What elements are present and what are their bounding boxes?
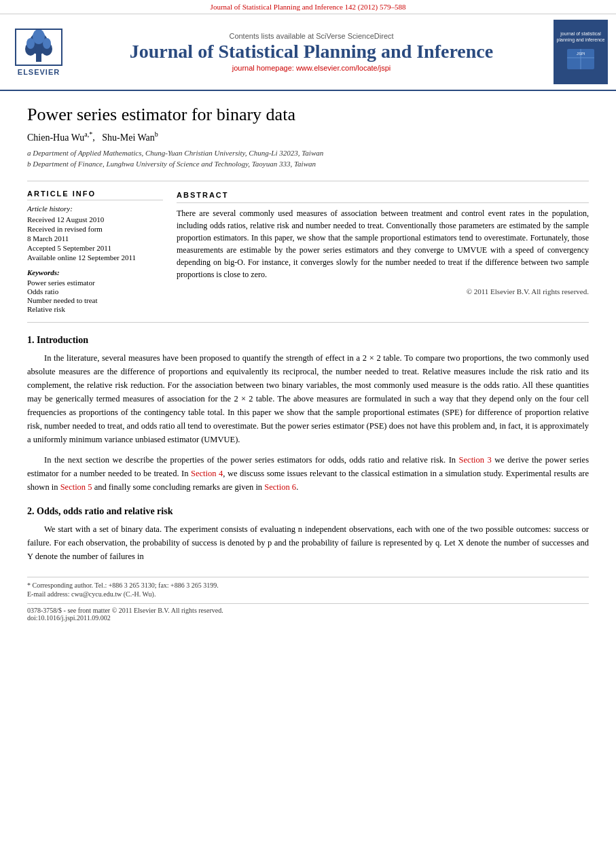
history-received: Received 12 August 2010 <box>27 215 163 223</box>
footer-license: 0378-3758/$ - see front matter © 2011 El… <box>27 607 589 614</box>
svg-point-6 <box>43 38 51 49</box>
keywords-section: Keywords: Power series estimator Odds ra… <box>27 268 163 313</box>
abstract-panel: ABSTRACT There are several commonly used… <box>177 190 589 314</box>
affiliation-a: a Department of Applied Mathematics, Chu… <box>27 147 589 159</box>
elsevier-logo: ELSEVIER <box>8 29 69 76</box>
keywords-label: Keywords: <box>27 268 163 276</box>
footnote-corresponding: * Corresponding author. Tel.: +886 3 265… <box>27 581 589 589</box>
section4-link[interactable]: Section 4 <box>191 469 223 478</box>
journal-cover-image: journal of statistical planning and infe… <box>554 20 608 84</box>
article-info-abstract-row: ARTICLE INFO Article history: Received 1… <box>27 181 589 323</box>
elsevier-tree-icon <box>18 30 59 64</box>
article-title: Power series estimator for binary data <box>27 105 589 125</box>
journal-title-center: Contents lists available at SciVerse Sci… <box>80 32 543 72</box>
keyword-1: Power series estimator <box>27 279 163 287</box>
footnote-section: * Corresponding author. Tel.: +886 3 265… <box>27 577 589 598</box>
footnote-email: E-mail address: cwu@cycu.edu.tw (C.-H. W… <box>27 590 589 598</box>
article-info-heading: ARTICLE INFO <box>27 190 163 200</box>
author-chienhua: Chien-Hua Wu <box>27 132 84 143</box>
svg-point-5 <box>26 38 35 49</box>
author-a-sup: a,* <box>84 130 92 138</box>
affiliations: a Department of Applied Mathematics, Chu… <box>27 147 589 170</box>
sciverse-line: Contents lists available at SciVerse Sci… <box>80 32 543 40</box>
journal-main-title: Journal of Statistical Planning and Infe… <box>80 41 543 62</box>
abstract-heading: ABSTRACT <box>177 190 589 204</box>
history-label: Article history: <box>27 204 163 213</box>
history-revised-label: Received in revised form <box>27 225 163 233</box>
section3-link[interactable]: Section 3 <box>459 455 492 465</box>
copyright-text: © 2011 Elsevier B.V. All rights reserved… <box>177 286 589 298</box>
section5-link[interactable]: Section 5 <box>60 482 92 492</box>
section2-heading: 2. Odds, odds ratio and relative risk <box>27 506 589 517</box>
section1-para1: In the literature, several measures have… <box>27 351 589 446</box>
section2-para1: We start with a set of binary data. The … <box>27 522 589 563</box>
cover-title-text: journal of statistical planning and infe… <box>556 31 605 43</box>
abstract-text: There are several commonly used measures… <box>177 207 589 281</box>
section1-heading: 1. Introduction <box>27 335 589 346</box>
elsevier-brand-text: ELSEVIER <box>18 68 60 76</box>
footer-bar: 0378-3758/$ - see front matter © 2011 El… <box>27 603 589 622</box>
footer-doi: doi:10.1016/j.jspi.2011.09.002 <box>27 614 589 622</box>
authors-line: Chien-Hua Wua,*, Shu-Mei Wanb <box>27 130 589 143</box>
section6-link[interactable]: Section 6 <box>264 482 296 492</box>
keyword-4: Relative risk <box>27 305 163 313</box>
cover-graphic-icon: JSPI <box>564 46 598 73</box>
svg-rect-0 <box>36 54 41 62</box>
keyword-2: Odds ratio <box>27 287 163 296</box>
keyword-3: Number needed to treat <box>27 296 163 304</box>
author-shumei: Shu-Mei Wan <box>102 132 155 143</box>
svg-text:JSPI: JSPI <box>577 52 585 56</box>
journal-homepage-url: www.elsevier.com/locate/jspi <box>296 64 391 72</box>
journal-homepage: journal homepage: www.elsevier.com/locat… <box>80 64 543 72</box>
top-bar-text: Journal of Statistical Planning and Infe… <box>211 3 406 11</box>
journal-header: ELSEVIER Contents lists available at Sci… <box>0 14 616 91</box>
affiliation-b: b Department of Finance, Lunghwa Univers… <box>27 158 589 170</box>
elsevier-logo-box <box>15 29 62 66</box>
top-bar: Journal of Statistical Planning and Infe… <box>0 0 616 14</box>
history-revised-date: 8 March 2011 <box>27 234 163 243</box>
section1-para2: In the next section we describe the prop… <box>27 453 589 494</box>
author-b-sup: b <box>155 130 158 138</box>
article-info-panel: ARTICLE INFO Article history: Received 1… <box>27 190 163 314</box>
history-online: Available online 12 September 2011 <box>27 253 163 262</box>
history-accepted: Accepted 5 September 2011 <box>27 244 163 252</box>
article-content: Power series estimator for binary data C… <box>0 91 616 635</box>
